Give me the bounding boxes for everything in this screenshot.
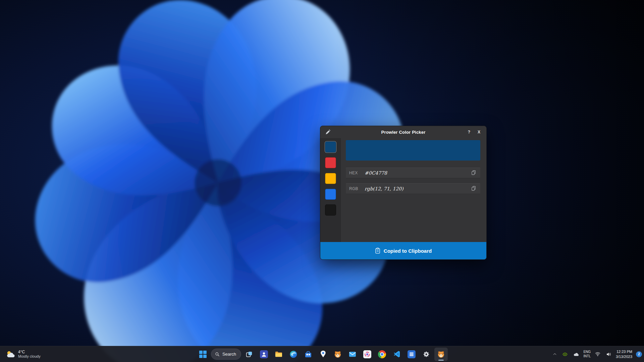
rgb-field-row: RGB rgb(12, 71, 120) — [346, 183, 480, 194]
search-box[interactable]: Search — [211, 349, 241, 360]
clock-date: 3/13/2023 — [616, 354, 632, 359]
wifi-icon — [595, 352, 600, 356]
hex-value[interactable]: #0C4778 — [365, 170, 387, 176]
close-button[interactable]: X — [478, 130, 480, 134]
settings-button[interactable] — [420, 348, 433, 361]
weather-temperature: 4°C — [18, 350, 41, 354]
clipboard-icon — [375, 248, 380, 254]
tray-overflow-button[interactable] — [551, 351, 558, 358]
weather-condition: Mostly cloudy — [18, 354, 41, 359]
taskbar-center-icons: Search — [196, 346, 448, 362]
store-icon — [304, 350, 312, 358]
clock[interactable]: 12:23 PM 3/13/2023 — [616, 349, 632, 359]
help-button[interactable]: ? — [468, 130, 470, 134]
copied-status-bar[interactable]: Copied to Clipboard — [320, 242, 486, 259]
photos-button[interactable] — [361, 348, 374, 361]
volume-button[interactable] — [605, 351, 613, 358]
rgb-value[interactable]: rgb(12, 71, 120) — [365, 186, 404, 191]
maps-button[interactable] — [316, 348, 330, 361]
copy-icon — [471, 170, 476, 176]
vscode-button[interactable] — [390, 348, 404, 361]
nvidia-tray-button[interactable] — [561, 351, 569, 358]
color-picker-window: Prowler Color Picker ? X HEX #0C4778 — [320, 126, 487, 260]
hex-label: HEX — [349, 171, 365, 175]
language-line1: ENG — [583, 350, 591, 354]
hex-field-row: HEX #0C4778 — [346, 168, 480, 178]
clock-time: 12:23 PM — [616, 349, 632, 354]
edge-icon — [289, 350, 298, 358]
network-button[interactable] — [594, 351, 602, 358]
window-content: HEX #0C4778 RGB rgb(12, 71, 120) — [341, 138, 486, 242]
notification-badge[interactable]: 2 — [636, 351, 642, 357]
language-indicator[interactable]: ENG INTL — [583, 350, 591, 358]
vscode-icon — [393, 350, 401, 358]
start-button[interactable] — [196, 348, 210, 361]
onedrive-cloud-icon — [573, 352, 579, 356]
edge-button[interactable] — [287, 348, 300, 361]
mail-button[interactable] — [346, 348, 359, 361]
desktop: Prowler Color Picker ? X HEX #0C4778 — [0, 0, 644, 362]
start-icon — [199, 351, 207, 358]
nvidia-icon — [562, 352, 568, 356]
eyedropper-icon[interactable] — [325, 129, 331, 135]
copy-icon — [471, 186, 476, 192]
database-icon — [408, 350, 416, 358]
window-title: Prowler Color Picker — [320, 130, 486, 135]
teams-button[interactable] — [257, 348, 271, 361]
mail-icon — [348, 350, 357, 358]
chrome-icon — [378, 350, 386, 358]
task-view-button[interactable] — [243, 348, 256, 361]
file-explorer-button[interactable] — [272, 348, 285, 361]
color-preview — [346, 140, 480, 161]
file-explorer-icon — [275, 350, 283, 358]
taskbar: 4°C Mostly cloudy Search — [0, 346, 644, 362]
onedrive-tray-button[interactable] — [572, 351, 580, 358]
prowler-app-button-active[interactable] — [434, 348, 448, 361]
rgb-label: RGB — [349, 186, 365, 191]
database-app-button[interactable] — [405, 348, 418, 361]
weather-widget[interactable]: 4°C Mostly cloudy — [2, 346, 45, 362]
color-swatch-blue[interactable] — [325, 189, 336, 200]
copy-hex-button[interactable] — [470, 169, 478, 177]
maps-pin-icon — [320, 350, 326, 358]
chevron-up-icon — [553, 352, 557, 356]
volume-icon — [606, 352, 611, 357]
prowler-tiger-icon — [437, 350, 445, 358]
window-body: HEX #0C4778 RGB rgb(12, 71, 120) — [320, 138, 486, 242]
search-label: Search — [222, 352, 236, 357]
weather-icon — [6, 350, 15, 358]
color-swatch-dark-blue[interactable] — [325, 141, 336, 153]
teams-icon — [260, 350, 268, 358]
search-icon — [215, 352, 220, 357]
swatch-rail — [320, 138, 341, 242]
window-titlebar[interactable]: Prowler Color Picker ? X — [320, 126, 486, 138]
copy-rgb-button[interactable] — [470, 185, 478, 193]
language-line2: INTL — [583, 354, 591, 359]
tiger-app-button[interactable] — [331, 348, 344, 361]
color-swatch-amber[interactable] — [325, 173, 336, 184]
system-tray: ENG INTL 12:23 PM 3/13/2023 2 — [551, 346, 642, 362]
store-button[interactable] — [302, 348, 315, 361]
task-view-icon — [246, 351, 253, 358]
chrome-button[interactable] — [375, 348, 389, 361]
titlebar-buttons: ? X — [468, 130, 480, 134]
settings-gear-icon — [423, 351, 430, 358]
tiger-app-icon — [334, 350, 342, 358]
weather-text: 4°C Mostly cloudy — [18, 350, 41, 359]
color-swatch-red[interactable] — [325, 157, 336, 168]
photos-icon — [363, 350, 371, 358]
color-swatch-black[interactable] — [325, 204, 336, 216]
status-label: Copied to Clipboard — [384, 248, 432, 254]
